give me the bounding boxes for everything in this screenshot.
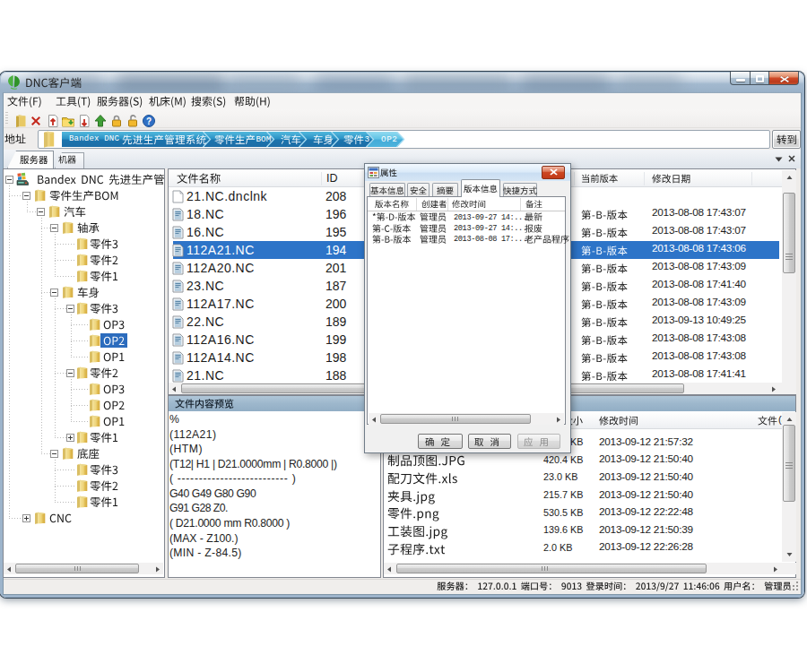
- svg-text:?: ?: [146, 116, 152, 126]
